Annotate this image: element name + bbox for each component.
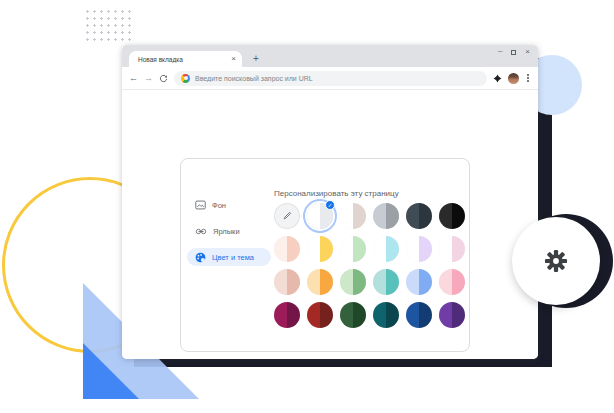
google-logo-icon [181,74,190,83]
back-icon[interactable]: ← [129,74,138,83]
theme-swatch[interactable] [307,269,333,295]
sidebar-item-label: Фон [212,201,226,210]
custom-color-picker[interactable] [274,203,300,229]
theme-swatch[interactable] [340,302,366,328]
close-icon[interactable]: × [525,48,530,56]
profile-avatar[interactable] [508,73,519,84]
gear-icon [543,248,569,274]
background-icon [195,200,206,210]
dot-grid-decoration [84,8,133,41]
browser-tab[interactable]: Новая вкладка × [129,51,242,67]
theme-swatch[interactable] [406,236,432,262]
theme-swatch[interactable] [340,269,366,295]
address-placeholder: Введите поисковый запрос или URL [195,75,480,82]
sidebar-item-shortcuts[interactable]: Ярлыки [187,222,271,240]
sidebar-item-label: Ярлыки [213,227,240,236]
theme-swatch[interactable] [439,203,465,229]
theme-swatch[interactable] [340,236,366,262]
theme-swatch[interactable] [373,302,399,328]
browser-window: Новая вкладка × + – × ← → Введите поиск [122,45,538,359]
theme-swatch[interactable] [406,269,432,295]
theme-swatch[interactable] [439,269,465,295]
theme-swatch[interactable] [274,302,300,328]
theme-swatch[interactable] [307,236,333,262]
shortcuts-icon [195,227,207,236]
tab-strip: Новая вкладка × + – × [122,45,538,67]
new-tab-page: Персонализировать эту страницу Фон [122,90,538,359]
new-tab-button[interactable]: + [248,50,264,66]
tab-title: Новая вкладка [138,56,231,63]
eyedropper-icon [282,211,292,221]
theme-swatch[interactable] [274,236,300,262]
dialog-sidebar: Фон Ярлыки [187,196,271,274]
theme-swatch[interactable] [406,302,432,328]
settings-badge [512,217,600,305]
sidebar-item-color-theme[interactable]: Цвет и тема [187,248,271,266]
dialog-title: Персонализировать эту страницу [274,189,399,198]
sidebar-item-label: Цвет и тема [212,253,254,262]
sidebar-item-background[interactable]: Фон [187,196,271,214]
illustration-canvas: Новая вкладка × + – × ← → Введите поиск [0,0,614,413]
theme-swatch[interactable] [406,203,432,229]
theme-swatch[interactable] [307,302,333,328]
browser-toolbar: ← → Введите поисковый запрос или URL [122,67,538,90]
theme-swatch[interactable] [340,203,366,229]
theme-swatch[interactable] [274,269,300,295]
theme-swatch[interactable] [373,269,399,295]
theme-swatch-grid: ✓ [274,203,465,328]
color-theme-icon [195,252,206,263]
theme-swatch[interactable] [439,236,465,262]
minimize-icon[interactable]: – [498,47,502,55]
maximize-icon[interactable] [511,50,516,55]
menu-icon[interactable] [525,74,531,82]
theme-swatch[interactable] [373,236,399,262]
customize-dialog: Персонализировать эту страницу Фон [180,158,470,352]
theme-swatch[interactable] [439,302,465,328]
address-bar[interactable]: Введите поисковый запрос или URL [174,71,487,86]
forward-icon[interactable]: → [144,74,153,83]
window-controls: – × [498,45,530,59]
extension-icon[interactable] [493,74,502,83]
tab-close-icon[interactable]: × [231,55,236,63]
theme-swatch[interactable] [373,203,399,229]
selected-check-icon: ✓ [325,200,335,210]
reload-icon[interactable] [159,74,168,83]
theme-swatch[interactable]: ✓ [307,203,333,229]
